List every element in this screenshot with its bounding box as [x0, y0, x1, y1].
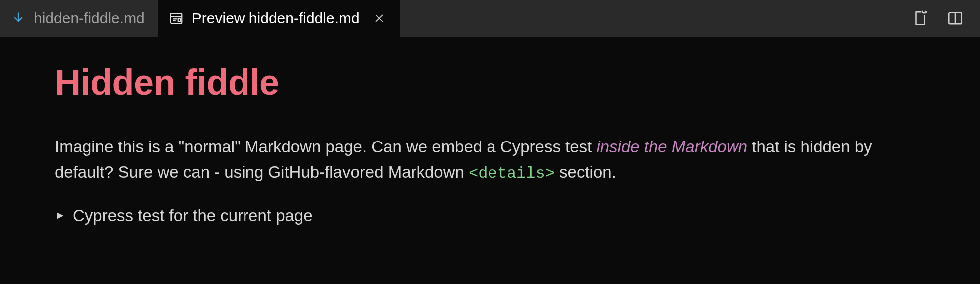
intro-paragraph: Imagine this is a "normal" Markdown page…	[55, 134, 925, 186]
tabbar-actions	[895, 0, 980, 37]
details-summary[interactable]: Cypress test for the current page	[55, 206, 925, 225]
tab-preview-file[interactable]: Preview hidden-fiddle.md	[158, 0, 400, 37]
close-icon[interactable]	[372, 11, 387, 26]
para-text-3: section.	[555, 163, 616, 181]
preview-icon	[169, 11, 184, 26]
svg-rect-4	[178, 18, 181, 21]
tab-source-label: hidden-fiddle.md	[34, 10, 145, 27]
para-text-1: Imagine this is a "normal" Markdown page…	[55, 138, 596, 156]
show-source-button[interactable]	[910, 8, 930, 28]
disclosure-triangle-icon	[55, 210, 66, 221]
markdown-file-icon	[11, 11, 26, 26]
page-title: Hidden fiddle	[55, 62, 925, 114]
tab-preview-label: Preview hidden-fiddle.md	[192, 10, 360, 27]
tab-source-file[interactable]: hidden-fiddle.md	[0, 0, 158, 37]
tabbar-spacer	[400, 0, 895, 37]
svg-marker-9	[57, 212, 64, 219]
inline-code: <details>	[469, 164, 555, 183]
details-summary-label: Cypress test for the current page	[73, 206, 313, 225]
split-editor-button[interactable]	[945, 8, 965, 28]
emphasized-link[interactable]: inside the Markdown	[596, 138, 747, 156]
tab-bar: hidden-fiddle.md Preview hidden-fiddle.m…	[0, 0, 980, 37]
preview-content: Hidden fiddle Imagine this is a "normal"…	[0, 37, 980, 225]
